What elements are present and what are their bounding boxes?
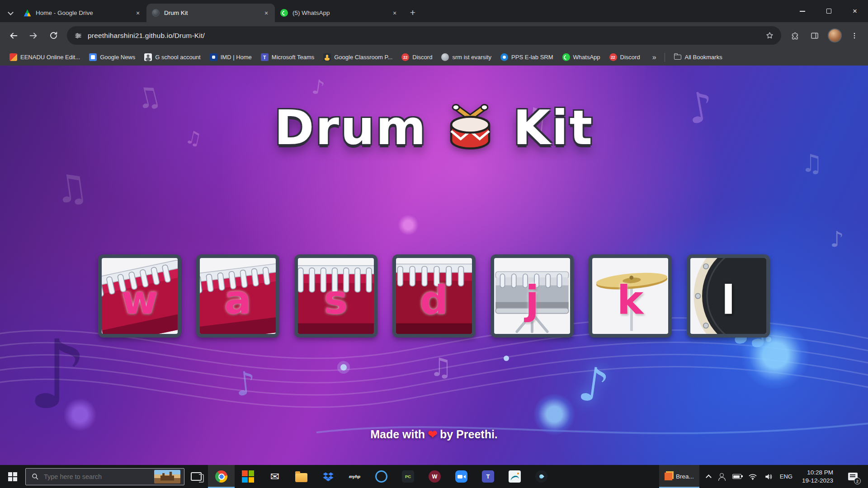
bookmarks-overflow-button[interactable]: » xyxy=(649,52,660,62)
taskbar-app-dropbox[interactable] xyxy=(315,465,341,488)
taskbar-app-browser-ring[interactable] xyxy=(368,465,395,488)
tab-strip: Home - Google Drive × Drum Kit × (5) Wha… xyxy=(0,0,868,22)
extensions-button[interactable] xyxy=(786,27,804,45)
bookmark-srm-evarsity[interactable]: srm ist evarsity xyxy=(437,52,495,63)
bookmark-discord-2[interactable]: 22Discord xyxy=(605,52,644,63)
eenadu-icon xyxy=(9,53,17,61)
heart-icon: ❤ xyxy=(425,428,440,441)
people-icon[interactable] xyxy=(717,473,726,481)
bookmark-label: PPS E-lab SRM xyxy=(511,54,553,61)
taskbar-app-droplet[interactable] xyxy=(528,465,555,488)
bookmark-google-news[interactable]: Google News xyxy=(85,52,139,63)
search-input[interactable] xyxy=(43,473,150,481)
bookmark-star-icon[interactable] xyxy=(765,31,774,40)
tab-close-icon[interactable]: × xyxy=(262,9,270,17)
music-note-decor xyxy=(576,360,612,410)
bookmark-google-classroom[interactable]: Google Classroom P... xyxy=(319,52,396,63)
pycharm-icon xyxy=(402,470,414,483)
side-panel-icon xyxy=(810,31,819,40)
notification-badge: 2 xyxy=(854,478,861,484)
bookmark-microsoft-teams[interactable]: Microsoft Teams xyxy=(257,52,318,63)
drum-pad-k[interactable]: k xyxy=(589,254,672,338)
taskbar-app-mysql[interactable] xyxy=(501,465,528,488)
music-note-decor xyxy=(311,76,326,98)
back-button[interactable] xyxy=(5,27,23,45)
drum-pad-w[interactable]: w xyxy=(98,254,181,338)
taskbar-app-wordpress[interactable] xyxy=(421,465,448,488)
music-note-decor xyxy=(233,366,257,401)
search-icon xyxy=(31,473,39,480)
drum-pad-s[interactable]: s xyxy=(294,254,377,338)
music-note-decor xyxy=(27,328,88,422)
search-highlight-image[interactable] xyxy=(154,470,180,483)
tab-drum-kit[interactable]: Drum Kit × xyxy=(146,4,275,22)
forward-button[interactable] xyxy=(24,27,42,45)
volume-icon[interactable] xyxy=(764,473,773,481)
bookmark-discord-1[interactable]: 22Discord xyxy=(397,52,436,63)
maximize-icon xyxy=(826,9,831,14)
tab-close-icon[interactable]: × xyxy=(134,9,142,17)
maximize-button[interactable] xyxy=(816,0,842,22)
taskbar-clock[interactable]: 10:28 PM 19-12-2023 xyxy=(799,469,836,484)
google-news-icon xyxy=(89,53,97,61)
drum-pad-l[interactable]: l xyxy=(687,254,770,338)
bookmark-whatsapp[interactable]: WhatsApp xyxy=(558,52,604,63)
all-bookmarks-button[interactable]: All Bookmarks xyxy=(670,52,727,62)
system-tray: ENG 10:28 PM 19-12-2023 2 xyxy=(699,465,868,488)
bookmark-label: Discord xyxy=(412,54,432,61)
drum-pad-a[interactable]: a xyxy=(196,254,279,338)
new-tab-button[interactable]: + xyxy=(406,6,420,19)
reload-icon xyxy=(49,31,58,40)
file-explorer-icon xyxy=(295,473,307,482)
tab-title: (5) WhatsApp xyxy=(292,9,386,16)
taskbar-app-pycharm[interactable] xyxy=(395,465,421,488)
drum-pad-d[interactable]: d xyxy=(392,254,476,338)
profile-button[interactable] xyxy=(826,27,844,45)
hidden-icons-chevron[interactable] xyxy=(706,474,712,480)
start-button[interactable] xyxy=(0,465,25,488)
language-indicator[interactable]: ENG xyxy=(780,473,793,480)
close-button[interactable]: × xyxy=(842,0,868,22)
bookmark-imd-home[interactable]: IMD | Home xyxy=(206,52,256,63)
bookmark-g-school-account[interactable]: G school account xyxy=(140,52,204,63)
account-icon xyxy=(144,53,152,61)
tab-google-drive[interactable]: Home - Google Drive × xyxy=(18,4,146,22)
action-center-button[interactable]: 2 xyxy=(843,465,863,488)
folder-icon xyxy=(674,55,681,60)
task-view-button[interactable] xyxy=(184,465,208,488)
bookmark-eenadu[interactable]: EENADU Online Edit... xyxy=(5,52,84,63)
reload-button[interactable] xyxy=(44,27,62,45)
music-note-decor xyxy=(830,228,844,250)
taskbar-app-myhp[interactable] xyxy=(341,465,368,488)
taskbar-app-mail[interactable]: ✉ xyxy=(261,465,288,488)
wifi-icon[interactable] xyxy=(748,473,757,480)
key-label: s xyxy=(298,262,374,338)
taskbar-search[interactable] xyxy=(25,468,184,485)
desktop-screen: Home - Google Drive × Drum Kit × (5) Wha… xyxy=(0,0,868,488)
taskbar-app-chrome[interactable] xyxy=(208,465,235,488)
tab-whatsapp[interactable]: (5) WhatsApp × xyxy=(275,4,403,22)
taskbar-app-zoom[interactable] xyxy=(448,465,475,488)
key-label: d xyxy=(396,262,472,338)
discord-badge-icon: 22 xyxy=(609,53,617,61)
chrome-icon xyxy=(215,470,227,483)
drum-pad-j[interactable]: j xyxy=(491,254,574,338)
glow-orb-decor xyxy=(398,215,419,235)
page-footer: Made with❤by Preethi. xyxy=(0,428,868,441)
bookmark-pps-elab[interactable]: PPS E-lab SRM xyxy=(496,52,557,63)
minimize-button[interactable] xyxy=(789,0,816,22)
browser-menu-button[interactable] xyxy=(845,27,863,45)
taskbar-app-teams[interactable] xyxy=(475,465,501,488)
taskbar-app-file-explorer[interactable] xyxy=(288,465,315,488)
tab-search-button[interactable] xyxy=(3,4,18,22)
address-bar[interactable]: preethiharshini21.github.io/Drum-Kit/ xyxy=(67,26,781,45)
tab-close-icon[interactable]: × xyxy=(391,9,399,17)
site-info-icon[interactable] xyxy=(74,32,82,40)
battery-icon[interactable] xyxy=(732,474,741,479)
profile-avatar xyxy=(828,28,842,42)
music-note-decor xyxy=(429,355,452,380)
close-icon: × xyxy=(853,7,857,15)
side-panel-button[interactable] xyxy=(806,27,824,45)
taskbar-app-store[interactable] xyxy=(235,465,261,488)
taskbar-open-window[interactable]: Brea... xyxy=(659,465,699,488)
